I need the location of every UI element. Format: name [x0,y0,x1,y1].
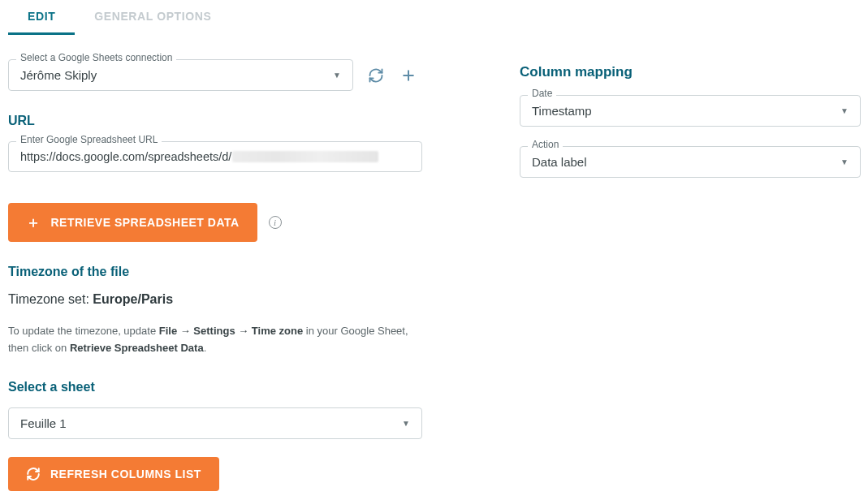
refresh-button-label: REFRESH COLUMNS LIST [50,468,201,481]
sheet-value: Feuille 1 [20,416,67,430]
refresh-icon[interactable] [366,66,386,85]
tabs: EDIT GENERAL OPTIONS [0,0,868,35]
chevron-down-icon: ▼ [840,157,849,166]
spreadsheet-url-input[interactable]: https://docs.google.com/spreadsheets/d/ [8,141,422,172]
timezone-value: Europe/Paris [93,292,173,306]
url-redacted [232,151,378,162]
tab-general-options[interactable]: GENERAL OPTIONS [75,0,231,35]
url-heading: URL [8,114,430,128]
mapping-action-label: Action [528,139,563,150]
plus-icon[interactable] [399,66,418,85]
sheet-select[interactable]: Feuille 1 ▼ [8,407,422,439]
chevron-down-icon: ▼ [402,419,410,428]
connection-label: Select a Google Sheets connection [16,52,176,63]
info-icon[interactable]: i [269,216,282,229]
sheet-heading: Select a sheet [8,380,430,394]
mapping-date-label: Date [528,88,556,99]
mapping-action-select[interactable]: Data label ▼ [520,146,861,178]
retrieve-button-label: RETRIEVE SPREADSHEET DATA [51,216,240,229]
mapping-heading: Column mapping [520,64,861,80]
timezone-set: Timezone set: Europe/Paris [8,292,430,307]
mapping-action-value: Data label [532,155,587,169]
chevron-down-icon: ▼ [333,71,341,80]
retrieve-spreadsheet-button[interactable]: ＋ RETRIEVE SPREADSHEET DATA [8,203,257,242]
url-label: Enter Google Spreadsheet URL [16,134,162,145]
refresh-icon [26,467,41,481]
chevron-down-icon: ▼ [840,106,849,115]
mapping-date-select[interactable]: Timestamp ▼ [520,95,861,127]
mapping-date-value: Timestamp [532,104,592,118]
timezone-help: To update the timezone, update File → Se… [8,323,430,357]
tab-edit[interactable]: EDIT [8,0,75,35]
refresh-columns-button[interactable]: REFRESH COLUMNS LIST [8,457,219,491]
plus-icon: ＋ [26,213,41,232]
connection-select[interactable]: Jérôme Skiply ▼ [8,59,353,91]
connection-value: Jérôme Skiply [20,68,97,82]
timezone-heading: Timezone of the file [8,265,430,279]
url-value-prefix: https://docs.google.com/spreadsheets/d/ [20,150,231,163]
